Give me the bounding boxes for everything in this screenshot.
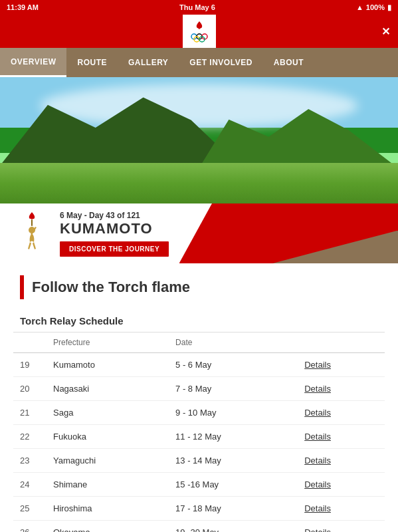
torchbearer-icon bbox=[13, 209, 50, 259]
row-number: 19 bbox=[13, 353, 47, 377]
details-link[interactable]: Details bbox=[304, 384, 331, 394]
row-date: 13 - 14 May bbox=[169, 449, 298, 473]
row-details-cell: Details bbox=[298, 425, 385, 449]
discover-button[interactable]: DISCOVER THE JOURNEY bbox=[60, 241, 169, 257]
row-date: 5 - 6 May bbox=[169, 353, 298, 377]
nav-gallery[interactable]: GALLERY bbox=[118, 48, 179, 77]
row-details-cell: Details bbox=[298, 353, 385, 377]
row-number: 22 bbox=[13, 425, 47, 449]
col-header-details bbox=[298, 332, 385, 353]
details-link[interactable]: Details bbox=[304, 479, 331, 489]
row-details-cell: Details bbox=[298, 401, 385, 425]
svg-rect-6 bbox=[31, 219, 33, 226]
row-date: 7 - 8 May bbox=[169, 377, 298, 401]
nav-about[interactable]: ABOUT bbox=[263, 48, 314, 77]
hero-background bbox=[0, 77, 398, 203]
row-prefecture: Shimane bbox=[47, 473, 169, 497]
table-row: 25Hiroshima17 - 18 MayDetails bbox=[13, 497, 385, 521]
red-accent-bar bbox=[20, 275, 24, 299]
rice-field bbox=[0, 163, 398, 203]
table-header-row: Prefecture Date bbox=[13, 332, 385, 353]
follow-title: Follow the Torch flame bbox=[32, 279, 190, 296]
status-day: Thu May 6 bbox=[179, 3, 215, 11]
status-time: 11:39 AM bbox=[7, 3, 39, 11]
row-prefecture: Hiroshima bbox=[47, 497, 169, 521]
row-number: 20 bbox=[13, 377, 47, 401]
battery-icon: ▮ bbox=[387, 3, 391, 12]
row-date: 17 - 18 May bbox=[169, 497, 298, 521]
row-number: 21 bbox=[13, 401, 47, 425]
details-link[interactable]: Details bbox=[304, 527, 331, 532]
row-date: 19 -20 May bbox=[169, 521, 298, 533]
table-row: 21Saga9 - 10 MayDetails bbox=[13, 401, 385, 425]
row-prefecture: Saga bbox=[47, 401, 169, 425]
details-link[interactable]: Details bbox=[304, 408, 331, 418]
table-row: 20Nagasaki7 - 8 MayDetails bbox=[13, 377, 385, 401]
day-city: KUMAMOTO bbox=[60, 220, 169, 237]
col-header-prefecture: Prefecture bbox=[47, 332, 169, 353]
row-date: 9 - 10 May bbox=[169, 401, 298, 425]
close-button[interactable]: ✕ bbox=[381, 25, 390, 38]
nav-route[interactable]: ROUTE bbox=[66, 48, 118, 77]
row-number: 26 bbox=[13, 521, 47, 533]
day-info: 6 May - Day 43 of 121 KUMAMOTO DISCOVER … bbox=[50, 211, 169, 257]
details-link[interactable]: Details bbox=[304, 456, 331, 466]
row-prefecture: Okayama bbox=[47, 521, 169, 533]
row-details-cell: Details bbox=[298, 377, 385, 401]
top-bar: ✕ bbox=[0, 15, 398, 48]
col-header-num bbox=[13, 332, 47, 353]
row-details-cell: Details bbox=[298, 473, 385, 497]
table-row: 23Yamaguchi13 - 14 MayDetails bbox=[13, 449, 385, 473]
day-subtitle: 6 May - Day 43 of 121 bbox=[60, 211, 169, 220]
details-link[interactable]: Details bbox=[304, 432, 331, 442]
hero-image bbox=[0, 77, 398, 203]
olympic-logo bbox=[186, 18, 213, 45]
logo-container bbox=[183, 15, 216, 48]
details-link[interactable]: Details bbox=[304, 360, 331, 370]
schedule-table: Prefecture Date 19Kumamoto5 - 6 MayDetai… bbox=[13, 332, 385, 532]
follow-section: Follow the Torch flame bbox=[0, 263, 398, 306]
row-prefecture: Nagasaki bbox=[47, 377, 169, 401]
row-date: 11 - 12 May bbox=[169, 425, 298, 449]
nav-overview[interactable]: OVERVIEW bbox=[0, 48, 66, 77]
row-details-cell: Details bbox=[298, 449, 385, 473]
table-row: 19Kumamoto5 - 6 MayDetails bbox=[13, 353, 385, 377]
table-row: 22Fukuoka11 - 12 MayDetails bbox=[13, 425, 385, 449]
schedule-title: Torch Relay Schedule bbox=[13, 306, 385, 332]
row-details-cell: Details bbox=[298, 497, 385, 521]
row-number: 23 bbox=[13, 449, 47, 473]
status-bar: 11:39 AM Thu May 6 ▲ 100% ▮ bbox=[0, 0, 398, 15]
col-header-date: Date bbox=[169, 332, 298, 353]
table-row: 24Shimane15 -16 MayDetails bbox=[13, 473, 385, 497]
row-date: 15 -16 May bbox=[169, 473, 298, 497]
details-link[interactable]: Details bbox=[304, 503, 331, 513]
nav-get-involved[interactable]: GET INVOLVED bbox=[179, 48, 262, 77]
status-right: ▲ 100% ▮ bbox=[356, 3, 391, 12]
table-section: Torch Relay Schedule Prefecture Date 19K… bbox=[0, 306, 398, 532]
row-number: 25 bbox=[13, 497, 47, 521]
day-banner: 6 May - Day 43 of 121 KUMAMOTO DISCOVER … bbox=[0, 203, 398, 263]
row-prefecture: Fukuoka bbox=[47, 425, 169, 449]
row-prefecture: Yamaguchi bbox=[47, 449, 169, 473]
row-details-cell: Details bbox=[298, 521, 385, 533]
battery-level: 100% bbox=[366, 3, 385, 11]
table-row: 26Okayama19 -20 MayDetails bbox=[13, 521, 385, 533]
row-prefecture: Kumamoto bbox=[47, 353, 169, 377]
row-number: 24 bbox=[13, 473, 47, 497]
wifi-icon: ▲ bbox=[356, 3, 363, 11]
navigation: OVERVIEW ROUTE GALLERY GET INVOLVED ABOU… bbox=[0, 48, 398, 77]
